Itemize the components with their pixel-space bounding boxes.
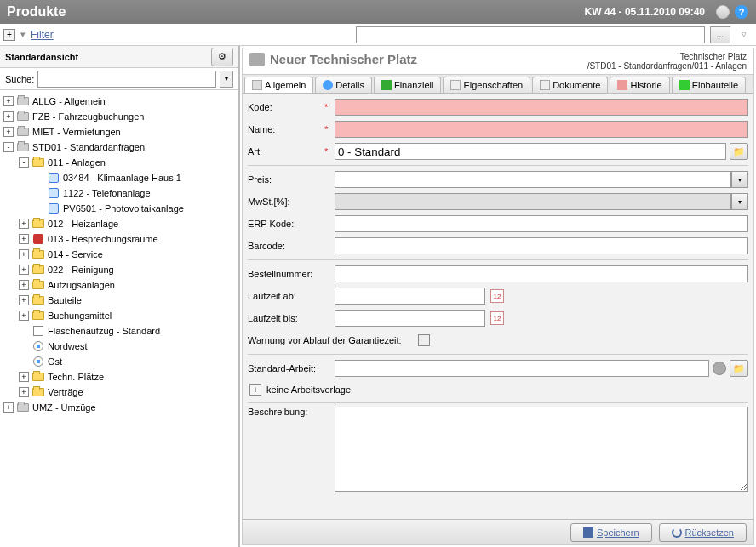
tree-item-label: 011 - Anlagen bbox=[48, 157, 106, 168]
tab-eigenschaften[interactable]: Eigenschaften bbox=[443, 77, 530, 93]
tab-historie[interactable]: Historie bbox=[610, 77, 669, 93]
mwst-dropdown[interactable]: ▾ bbox=[731, 193, 748, 210]
folder-yellow-icon bbox=[32, 157, 44, 168]
folder-yellow-icon bbox=[32, 265, 44, 275]
warnung-checkbox[interactable] bbox=[418, 334, 430, 346]
tree-item-label: Buchungsmittel bbox=[48, 311, 112, 321]
tree-item[interactable]: +Bauteile bbox=[0, 293, 238, 308]
tree-expander[interactable]: + bbox=[19, 311, 29, 321]
tree-expander[interactable]: + bbox=[3, 96, 14, 106]
art-input[interactable] bbox=[335, 143, 726, 160]
folder-yellow-icon bbox=[32, 280, 44, 290]
filter-input[interactable] bbox=[356, 26, 705, 43]
search-dropdown[interactable]: ▾ bbox=[220, 71, 233, 88]
tab-dokumente[interactable]: Dokumente bbox=[532, 77, 608, 93]
art-label: Art: bbox=[248, 146, 324, 157]
tree-item[interactable]: +ALLG - Allgemein bbox=[0, 94, 238, 109]
art-picker-button[interactable]: 📁 bbox=[730, 143, 748, 160]
tree-item[interactable]: +014 - Service bbox=[0, 247, 238, 262]
tree-item[interactable]: Ost bbox=[0, 354, 238, 369]
kode-input[interactable] bbox=[335, 99, 748, 116]
tree-item[interactable]: +Verträge bbox=[0, 385, 238, 400]
tree-expander[interactable]: + bbox=[3, 111, 14, 122]
tree-expander[interactable]: + bbox=[19, 295, 29, 305]
filter-lookup-button[interactable]: ... bbox=[710, 26, 730, 43]
tree-item[interactable]: -011 - Anlagen bbox=[0, 155, 238, 170]
tree-item[interactable]: 1122 - Telefonanlage bbox=[0, 185, 238, 201]
folder-grey-icon bbox=[17, 127, 29, 137]
preis-dropdown[interactable]: ▾ bbox=[731, 171, 748, 188]
tab-icon bbox=[679, 80, 690, 90]
tree-item[interactable]: 03484 - Klimaanlage Haus 1 bbox=[0, 170, 238, 185]
tree-item[interactable]: +Techn. Plätze bbox=[0, 369, 238, 385]
tree-item[interactable]: +013 - Besprechungsräume bbox=[0, 231, 238, 247]
breadcrumb: Technischer Platz /STD01 - Standardanfra… bbox=[587, 52, 747, 71]
tree-expander[interactable]: + bbox=[19, 234, 29, 244]
beschreibung-textarea[interactable] bbox=[335, 407, 748, 492]
tree-expander[interactable]: + bbox=[19, 249, 29, 259]
tree-item[interactable]: Nordwest bbox=[0, 339, 238, 354]
folder-yellow-icon bbox=[32, 387, 44, 397]
tab-label: Details bbox=[335, 80, 364, 90]
tab-details[interactable]: Details bbox=[315, 77, 372, 93]
folder-yellow-icon bbox=[32, 372, 44, 382]
tree-item[interactable]: +012 - Heizanlage bbox=[0, 216, 238, 231]
tree-item[interactable]: +MIET - Vermietungen bbox=[0, 124, 238, 140]
erp-input[interactable] bbox=[335, 215, 748, 232]
kode-label: Kode: bbox=[248, 102, 324, 112]
tree-item-label: Flaschenaufzug - Standard bbox=[48, 326, 160, 336]
tree-item[interactable]: +022 - Reinigung bbox=[0, 262, 238, 277]
tree-item-label: 022 - Reinigung bbox=[48, 265, 114, 275]
barcode-input[interactable] bbox=[335, 237, 748, 254]
filter-funnel-icon[interactable]: ▿ bbox=[736, 26, 753, 43]
filter-toggle[interactable]: + bbox=[3, 29, 15, 41]
tree-expander[interactable]: + bbox=[3, 402, 14, 413]
tree-item[interactable]: -STD01 - Standardanfragen bbox=[0, 140, 238, 155]
tree-item-label: FZB - Fahrzeugbuchungen bbox=[32, 111, 144, 122]
name-input[interactable] bbox=[335, 121, 748, 138]
tab-icon bbox=[617, 80, 627, 90]
device-icon bbox=[48, 188, 60, 198]
laufzeit-ab-input[interactable] bbox=[335, 288, 485, 305]
tree-expander[interactable]: + bbox=[19, 387, 29, 397]
tree-item[interactable]: Flaschenaufzug - Standard bbox=[0, 323, 238, 339]
tree-expander[interactable]: + bbox=[19, 265, 29, 275]
tree-item[interactable]: +Buchungsmittel bbox=[0, 308, 238, 323]
arbeitsvorlage-toggle[interactable]: + bbox=[249, 384, 261, 396]
standard-arbeit-input[interactable] bbox=[335, 360, 709, 377]
tree-item[interactable]: PV6501 - Photovoltaikanlage bbox=[0, 201, 238, 216]
standard-arbeit-picker-button[interactable]: 📁 bbox=[730, 360, 748, 377]
tree-expander[interactable]: + bbox=[3, 127, 14, 137]
content-panel: Neuer Technischer Platz Technischer Plat… bbox=[242, 48, 754, 545]
save-button[interactable]: Speichern bbox=[570, 523, 652, 542]
tree-expander[interactable]: + bbox=[19, 219, 29, 229]
preis-input[interactable] bbox=[335, 171, 731, 188]
laufzeit-ab-calendar-icon[interactable]: 12 bbox=[490, 289, 504, 303]
tree-expander[interactable]: - bbox=[3, 142, 14, 152]
clear-icon[interactable] bbox=[713, 362, 726, 375]
tree-expander[interactable]: + bbox=[19, 372, 29, 382]
search-input[interactable] bbox=[37, 71, 216, 88]
arbeitsvorlage-label: keine Arbeitsvorlage bbox=[266, 385, 351, 395]
tab-einbauteile[interactable]: Einbauteile bbox=[672, 77, 746, 93]
filter-link[interactable]: Filter bbox=[31, 29, 54, 41]
tree-expander[interactable]: + bbox=[19, 280, 29, 290]
tab-finanziell[interactable]: Finanziell bbox=[374, 77, 441, 93]
reset-button[interactable]: Rücksetzen bbox=[659, 523, 747, 542]
bestellnummer-input[interactable] bbox=[335, 265, 748, 282]
tree-item-label: MIET - Vermietungen bbox=[32, 127, 121, 137]
tree-expander[interactable]: - bbox=[19, 157, 29, 168]
tree-item[interactable]: +UMZ - Umzüge bbox=[0, 400, 238, 415]
tree-item[interactable]: +Aufzugsanlagen bbox=[0, 277, 238, 293]
mwst-input[interactable] bbox=[335, 193, 731, 210]
sidebar-settings-button[interactable]: ⚙ bbox=[211, 48, 233, 66]
app-header: Produkte KW 44 - 05.11.2010 09:40 ? bbox=[0, 0, 756, 24]
tab-allgemein[interactable]: Allgemein bbox=[244, 77, 313, 93]
beschreibung-label: Beschreibung: bbox=[248, 407, 324, 417]
globe-icon[interactable] bbox=[715, 4, 730, 20]
laufzeit-bis-calendar-icon[interactable]: 12 bbox=[490, 311, 504, 325]
help-icon[interactable]: ? bbox=[734, 4, 749, 20]
laufzeit-bis-input[interactable] bbox=[335, 310, 485, 327]
form: Kode: * Name: * Art: * 📁 Preis: ▾ bbox=[243, 94, 753, 544]
tree-item[interactable]: +FZB - Fahrzeugbuchungen bbox=[0, 109, 238, 124]
